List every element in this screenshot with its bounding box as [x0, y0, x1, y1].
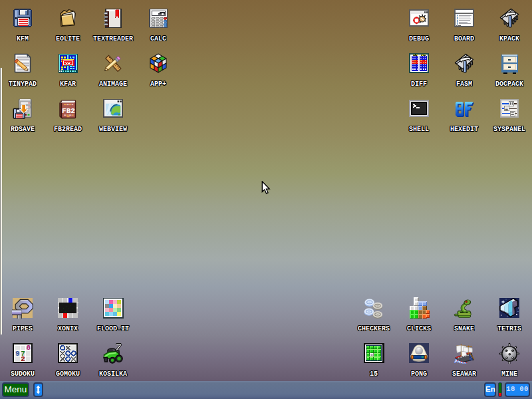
svg-text:2: 2	[21, 355, 25, 363]
svg-text:9: 9	[15, 350, 20, 358]
svg-text:FB2: FB2	[62, 107, 75, 115]
svg-text:8: 8	[26, 344, 31, 352]
